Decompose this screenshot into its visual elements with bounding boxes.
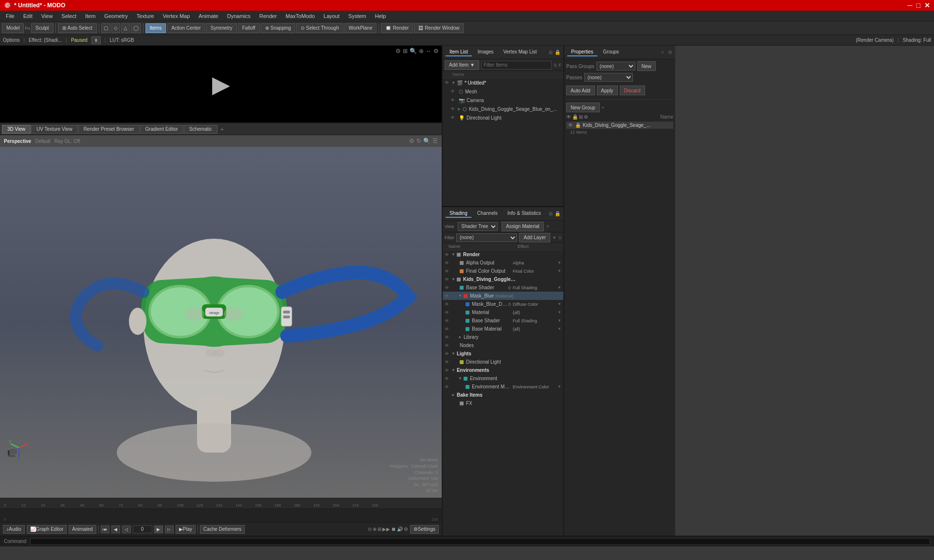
tab-groups[interactable]: Groups xyxy=(599,48,623,56)
preview-icon-3[interactable]: 🔍 xyxy=(410,48,417,54)
effect-dropdown-7[interactable]: ▼ xyxy=(557,327,561,331)
shader-row-baseshader2[interactable]: 👁 Base Shader Full Shading ▼ xyxy=(443,316,563,325)
vp-gear-icon[interactable]: ☰ xyxy=(432,138,438,144)
list-item[interactable]: 👁 💡 Directional Light xyxy=(449,113,563,122)
preview-icon-5[interactable]: ↔ xyxy=(426,48,431,54)
tab-images[interactable]: Images xyxy=(474,48,498,56)
group-icon-2[interactable]: 🔒 xyxy=(572,114,578,120)
playback-icon-4[interactable]: ▶▶ xyxy=(382,526,390,532)
shading-expand-icon[interactable]: ⊞ xyxy=(549,211,553,216)
filter-select[interactable]: (none) xyxy=(456,233,517,242)
arrow-goggle[interactable] xyxy=(457,107,461,111)
eye-basematerial[interactable]: 👁 xyxy=(445,327,449,332)
close-btn[interactable]: ✕ xyxy=(924,1,930,9)
tab-render-preset[interactable]: Render Preset Browser xyxy=(78,125,140,134)
viewport-3d[interactable]: Perspective Default Ray GL: Off ⚙ ↻ 🔍 ☰ xyxy=(0,135,442,498)
vp-rotate-icon[interactable]: ↻ xyxy=(416,138,421,144)
group-plus-icon[interactable]: + xyxy=(602,105,605,110)
effect-dropdown-8[interactable]: ▼ xyxy=(557,385,561,389)
playback-icon-7[interactable]: ⚙ xyxy=(404,526,408,532)
eye-render[interactable]: 👁 xyxy=(445,252,449,257)
menu-help[interactable]: Help xyxy=(371,12,390,20)
audio-button[interactable]: ♪ Audio xyxy=(3,525,25,534)
items-button[interactable]: Items xyxy=(145,23,166,33)
group-icon-4[interactable]: ⚙ xyxy=(584,114,588,120)
eye-icon-5[interactable]: 👁 xyxy=(450,115,455,120)
minimize-btn[interactable]: ─ xyxy=(908,1,913,9)
eye-icon-2[interactable]: 👁 xyxy=(450,89,455,94)
item-list-expand-icon[interactable]: ⊞ xyxy=(549,50,553,55)
eye-material[interactable]: 👁 xyxy=(445,310,449,315)
menu-animate[interactable]: Animate xyxy=(195,12,222,20)
shader-row-material[interactable]: 👁 Material (all) ▼ xyxy=(443,308,563,316)
eye-envmat[interactable]: 👁 xyxy=(445,385,449,389)
menu-view[interactable]: View xyxy=(37,12,57,20)
sculpt-button[interactable]: Sculpt xyxy=(31,23,54,33)
render-button[interactable]: 🔲 Render xyxy=(381,23,413,33)
tab-shading[interactable]: Shading xyxy=(446,210,471,218)
pass-groups-select[interactable]: (none) xyxy=(596,62,635,70)
tab-properties[interactable]: Properties xyxy=(567,48,597,56)
preview-icon-6[interactable]: ⚙ xyxy=(433,48,439,54)
settings-button[interactable]: ⚙ Settings xyxy=(410,525,439,534)
filter-items-input[interactable] xyxy=(481,61,552,70)
auto-select-button[interactable]: ⊞ Auto Select xyxy=(58,23,97,33)
snapping-button[interactable]: ⊕ Snapping xyxy=(261,23,295,33)
frame-input[interactable] xyxy=(133,525,152,533)
arrow-environment[interactable] xyxy=(458,376,462,381)
tab-uv-texture[interactable]: UV Texture View xyxy=(31,125,78,134)
apply-button[interactable]: Apply xyxy=(597,86,618,95)
arrow-goggle-shader[interactable] xyxy=(451,277,455,281)
shader-row-maskblue[interactable]: 👁 Mask_Blue [Material] xyxy=(443,292,563,300)
shader-row-maskblue-diffuse[interactable]: 👁 Mask_Blue_Diffuse 0 Diffuse Color ▼ xyxy=(443,300,563,308)
list-item[interactable]: 👁 ⬡ Mesh xyxy=(449,87,563,96)
shader-row-alpha[interactable]: 👁 Alpha Output Alpha ▼ xyxy=(443,259,563,267)
passes-select[interactable]: (none) xyxy=(584,73,633,82)
arrow-library[interactable] xyxy=(458,335,462,339)
eye-library[interactable]: 👁 xyxy=(445,335,449,340)
new-button[interactable]: New xyxy=(637,61,656,71)
go-to-start-button[interactable]: ⏮ xyxy=(101,525,109,533)
shader-row-baseshader1[interactable]: 👁 Base Shader 0 Full Shading ▼ xyxy=(443,283,563,292)
layer-f-label[interactable]: S xyxy=(558,235,561,240)
eye-finalcolor[interactable]: 👁 xyxy=(445,269,449,274)
eye-lights[interactable]: 👁 xyxy=(445,351,449,356)
shape-tool-4[interactable]: ◯ xyxy=(131,23,141,33)
menu-geometry[interactable]: Geometry xyxy=(100,12,131,20)
menu-render[interactable]: Render xyxy=(255,12,281,20)
shader-row-fx[interactable]: 👁 FX xyxy=(443,399,563,407)
timeline-ruler[interactable]: 0 12 24 36 48 60 72 84 96 108 120 132 14… xyxy=(0,498,442,509)
arrow-maskblue[interactable] xyxy=(458,294,462,298)
add-layer-dropdown[interactable]: ▼ xyxy=(552,235,557,240)
shape-tool-1[interactable]: ▢ xyxy=(101,23,110,33)
arrow-untitled[interactable] xyxy=(451,81,455,85)
effect-dropdown-3[interactable]: ▼ xyxy=(557,285,561,290)
shader-row-basematerial[interactable]: 👁 Base Material (all) ▼ xyxy=(443,325,563,333)
animated-button[interactable]: Animated xyxy=(69,525,96,534)
menu-select[interactable]: Select xyxy=(57,12,80,20)
shape-tool-2[interactable]: ◇ xyxy=(111,23,120,33)
menu-item[interactable]: Item xyxy=(81,12,99,20)
preview-icon-2[interactable]: ⊞ xyxy=(403,48,408,54)
shader-row-environments[interactable]: 👁 Environments xyxy=(443,366,563,374)
menu-texture[interactable]: Texture xyxy=(133,12,158,20)
shape-tool-3[interactable]: △ xyxy=(121,23,130,33)
model-button[interactable]: Model xyxy=(2,23,24,33)
effect-dropdown-6[interactable]: ▼ xyxy=(557,318,561,323)
vp-zoom-icon[interactable]: 🔍 xyxy=(423,138,431,144)
shader-row-bake[interactable]: 👁 Bake Items xyxy=(443,391,563,399)
play-back-button[interactable]: ◁ xyxy=(122,525,131,533)
menu-file[interactable]: File xyxy=(2,12,18,20)
menu-edit[interactable]: Edit xyxy=(19,12,36,20)
preview-icon-1[interactable]: ⚙ xyxy=(395,48,401,54)
menu-layout[interactable]: Layout xyxy=(320,12,343,20)
shader-row-environment[interactable]: 👁 Environment xyxy=(443,374,563,383)
props-expand-icon[interactable]: + xyxy=(661,50,664,55)
step-forward-button[interactable]: ▷ xyxy=(165,525,174,533)
eye-goggle[interactable]: 👁 xyxy=(445,277,449,282)
shader-row-render[interactable]: 👁 Render xyxy=(443,250,563,259)
eye-dirlight[interactable]: 👁 xyxy=(445,360,449,365)
new-group-button[interactable]: New Group xyxy=(566,103,600,112)
shader-f-label[interactable]: F xyxy=(547,224,550,229)
vp-settings-icon[interactable]: ⚙ xyxy=(409,138,414,144)
